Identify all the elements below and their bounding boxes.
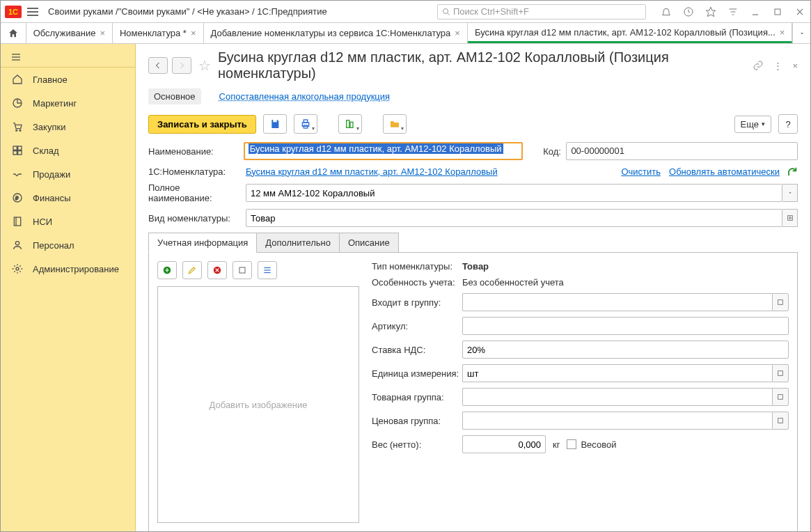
close-icon[interactable]: × bbox=[780, 27, 785, 38]
sidebar-item-main[interactable]: Главное bbox=[1, 68, 135, 91]
pick-group-button[interactable] bbox=[772, 293, 789, 311]
refresh-icon[interactable] bbox=[787, 166, 798, 177]
label-weighted: Весовой bbox=[581, 439, 616, 450]
tab-label: Номенклатура * bbox=[120, 28, 187, 38]
forward-button[interactable] bbox=[172, 57, 191, 74]
pick-tgroup-button[interactable] bbox=[772, 388, 789, 406]
save-button[interactable] bbox=[263, 114, 287, 134]
input-weight[interactable] bbox=[462, 435, 546, 453]
reports-button[interactable]: ▾ bbox=[338, 114, 362, 134]
svg-marker-3 bbox=[706, 7, 715, 16]
gear-icon bbox=[10, 262, 24, 276]
more-button[interactable]: Еще▾ bbox=[734, 116, 771, 133]
close-icon[interactable]: × bbox=[100, 28, 105, 38]
sidebar-item-purchases[interactable]: Закупки bbox=[1, 115, 135, 139]
sidebar-item-marketing[interactable]: Маркетинг bbox=[1, 91, 135, 115]
sidebar-item-label: НСИ bbox=[33, 217, 52, 227]
minimize-button[interactable] bbox=[749, 6, 762, 18]
dropdown-button[interactable] bbox=[782, 184, 798, 202]
close-icon[interactable]: × bbox=[191, 28, 196, 38]
bell-icon[interactable] bbox=[660, 6, 672, 18]
edit-image-button[interactable] bbox=[182, 261, 202, 279]
autoupdate-link[interactable]: Обновлять автоматически bbox=[669, 166, 780, 177]
section-alcohol[interactable]: Сопоставленная алкогольная продукция bbox=[214, 88, 396, 104]
label-tgroup: Товарная группа: bbox=[372, 392, 462, 402]
tab-nomenclature[interactable]: Номенклатура *× bbox=[113, 23, 204, 43]
tab-label: Добавление номенклатуры из сервиса 1С:Но… bbox=[211, 28, 451, 38]
input-name[interactable]: Бусина круглая d12 мм пластик, арт. AM12… bbox=[244, 142, 523, 160]
close-button[interactable] bbox=[794, 6, 806, 18]
help-button[interactable]: ? bbox=[778, 114, 798, 134]
nomen-link[interactable]: Бусина круглая d12 мм пластик, арт. AM12… bbox=[246, 166, 498, 177]
sidebar-item-sales[interactable]: Продажи bbox=[1, 162, 135, 186]
history-icon[interactable] bbox=[682, 6, 695, 18]
svg-rect-33 bbox=[787, 216, 792, 221]
tabs-overflow[interactable] bbox=[792, 23, 810, 43]
close-icon[interactable]: × bbox=[455, 28, 460, 38]
star-icon[interactable] bbox=[704, 6, 717, 18]
input-unit[interactable] bbox=[462, 364, 772, 382]
value-type: Товар bbox=[462, 261, 489, 272]
back-button[interactable] bbox=[148, 57, 168, 74]
sidebar-item-finance[interactable]: ₽Финансы bbox=[1, 186, 135, 210]
page-header: ☆ Бусина круглая d12 мм пластик, арт. AM… bbox=[148, 49, 798, 81]
input-group[interactable] bbox=[462, 293, 772, 311]
delete-image-button[interactable] bbox=[207, 261, 227, 279]
toolbar: Записать и закрыть ▾ ▾ ▾ Еще▾ ? bbox=[148, 114, 798, 134]
sidebar-item-admin[interactable]: Администрирование bbox=[1, 257, 135, 281]
tab-item-detail[interactable]: Бусина круглая d12 мм пластик, арт. AM12… bbox=[468, 23, 792, 43]
input-code[interactable]: 00-00000001 bbox=[566, 142, 798, 160]
more-label: Еще bbox=[741, 119, 759, 130]
link-icon[interactable] bbox=[753, 60, 764, 71]
sidebar-item-personnel[interactable]: Персонал bbox=[1, 233, 135, 257]
open-image-button[interactable] bbox=[233, 261, 252, 279]
input-fullname[interactable] bbox=[246, 184, 782, 202]
sidebar-toggle[interactable] bbox=[1, 47, 136, 68]
clear-link[interactable]: Очистить bbox=[621, 166, 661, 177]
kebab-icon[interactable]: ⋮ bbox=[773, 61, 782, 71]
favorite-star-icon[interactable]: ☆ bbox=[198, 57, 211, 74]
open-button[interactable] bbox=[782, 209, 798, 227]
tab-service[interactable]: Обслуживание× bbox=[26, 23, 113, 43]
svg-line-1 bbox=[448, 13, 450, 15]
inner-tab-description[interactable]: Описание bbox=[339, 233, 399, 253]
menu-icon[interactable] bbox=[27, 5, 41, 19]
input-article[interactable] bbox=[462, 317, 789, 335]
sidebar-item-nsi[interactable]: НСИ bbox=[1, 210, 135, 233]
save-close-button[interactable]: Записать и закрыть bbox=[148, 115, 256, 134]
image-toolbar bbox=[157, 261, 359, 279]
input-tgroup[interactable] bbox=[462, 388, 772, 406]
folder-button[interactable]: ▾ bbox=[383, 114, 407, 134]
home-tab[interactable] bbox=[1, 23, 26, 43]
page-title: Бусина круглая d12 мм пластик, арт. AM12… bbox=[218, 49, 744, 81]
global-search[interactable]: Поиск Ctrl+Shift+F bbox=[437, 4, 646, 19]
filter-icon[interactable] bbox=[727, 6, 739, 18]
svg-rect-40 bbox=[778, 300, 783, 305]
pick-pgroup-button[interactable] bbox=[772, 412, 789, 430]
label-pgroup: Ценовая группа: bbox=[372, 416, 462, 426]
checkbox-weighted[interactable] bbox=[567, 439, 576, 449]
search-placeholder: Поиск Ctrl+Shift+F bbox=[453, 6, 529, 17]
input-kind[interactable] bbox=[246, 209, 782, 227]
label-article: Артикул: bbox=[372, 321, 462, 331]
svg-point-0 bbox=[443, 8, 448, 13]
pick-unit-button[interactable] bbox=[772, 364, 789, 382]
sidebar-item-warehouse[interactable]: Склад bbox=[1, 139, 135, 162]
sidebar-item-label: Склад bbox=[33, 146, 59, 156]
boxes-icon bbox=[10, 143, 24, 157]
input-pgroup[interactable] bbox=[462, 412, 772, 430]
list-image-button[interactable] bbox=[258, 261, 277, 279]
pie-icon bbox=[10, 96, 24, 110]
image-dropzone[interactable]: Добавить изображение bbox=[157, 286, 359, 523]
maximize-button[interactable] bbox=[771, 6, 784, 18]
svg-text:₽: ₽ bbox=[15, 195, 19, 201]
add-image-button[interactable] bbox=[157, 261, 177, 279]
input-vat[interactable] bbox=[462, 341, 789, 359]
print-button[interactable]: ▾ bbox=[294, 114, 317, 134]
inner-tab-accounting[interactable]: Учетная информация bbox=[148, 233, 257, 253]
inner-tab-additional[interactable]: Дополнительно bbox=[256, 233, 340, 253]
tab-add-nomenclature[interactable]: Добавление номенклатуры из сервиса 1С:Но… bbox=[204, 23, 468, 43]
svg-rect-31 bbox=[347, 120, 349, 128]
section-main[interactable]: Основное bbox=[148, 88, 201, 104]
close-page-icon[interactable]: × bbox=[792, 61, 798, 71]
